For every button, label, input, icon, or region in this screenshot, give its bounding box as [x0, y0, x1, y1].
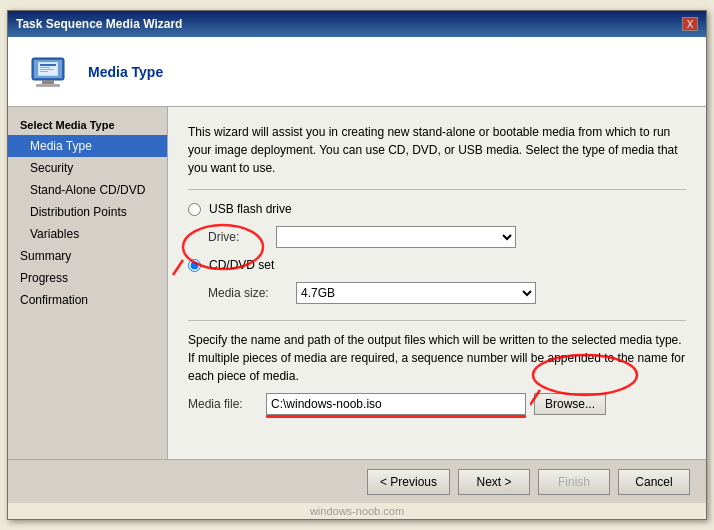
browse-button[interactable]: Browse...: [534, 393, 606, 415]
sidebar: Select Media Type Media Type Security St…: [8, 107, 168, 459]
drive-select[interactable]: [276, 226, 516, 248]
sidebar-item-confirmation[interactable]: Confirmation: [8, 289, 167, 311]
sidebar-item-standalone-cddvd[interactable]: Stand-Alone CD/DVD: [8, 179, 167, 201]
cddvd-radio-row: CD/DVD set: [188, 258, 686, 272]
media-file-section: Specify the name and path of the output …: [188, 320, 686, 415]
svg-rect-7: [40, 67, 50, 68]
close-button[interactable]: X: [682, 17, 698, 31]
usb-radio[interactable]: [188, 203, 201, 216]
usb-radio-row: USB flash drive: [188, 202, 686, 216]
svg-rect-8: [40, 69, 54, 70]
media-file-input[interactable]: [266, 393, 526, 415]
drive-row: Drive:: [208, 226, 686, 248]
header-title: Media Type: [88, 64, 163, 80]
title-bar: Task Sequence Media Wizard X: [8, 11, 706, 37]
footer: < Previous Next > Finish Cancel: [8, 459, 706, 503]
sidebar-item-select-media-type[interactable]: Select Media Type: [8, 115, 167, 135]
svg-rect-3: [36, 84, 60, 87]
media-size-row: Media size: 4.7GB 650MB 8.5GB: [208, 282, 686, 304]
options-area: USB flash drive Drive: CD/DVD set Media …: [188, 202, 686, 304]
sidebar-item-media-type[interactable]: Media Type: [8, 135, 167, 157]
cddvd-label: CD/DVD set: [209, 258, 274, 272]
media-file-desc: Specify the name and path of the output …: [188, 331, 686, 385]
previous-button[interactable]: < Previous: [367, 469, 450, 495]
description-text: This wizard will assist you in creating …: [188, 123, 686, 190]
drive-label: Drive:: [208, 230, 268, 244]
content-area: This wizard will assist you in creating …: [168, 107, 706, 459]
svg-rect-9: [40, 71, 48, 72]
cddvd-radio[interactable]: [188, 259, 201, 272]
media-size-label: Media size:: [208, 286, 288, 300]
svg-line-11: [173, 260, 183, 275]
underline-annotation: [266, 415, 526, 418]
media-file-label: Media file:: [188, 397, 258, 411]
header: Media Type: [8, 37, 706, 107]
main-content: Select Media Type Media Type Security St…: [8, 107, 706, 459]
sidebar-item-progress[interactable]: Progress: [8, 267, 167, 289]
window-title: Task Sequence Media Wizard: [16, 17, 182, 31]
sidebar-item-summary[interactable]: Summary: [8, 245, 167, 267]
svg-rect-6: [40, 64, 56, 66]
media-size-select[interactable]: 4.7GB 650MB 8.5GB: [296, 282, 536, 304]
next-button[interactable]: Next >: [458, 469, 530, 495]
finish-button[interactable]: Finish: [538, 469, 610, 495]
media-file-input-wrapper: [266, 393, 526, 415]
watermark-text: windows-noob.com: [310, 505, 404, 517]
usb-label: USB flash drive: [209, 202, 292, 216]
wizard-icon: [24, 48, 72, 96]
sidebar-item-distribution-points[interactable]: Distribution Points: [8, 201, 167, 223]
svg-rect-2: [42, 80, 54, 84]
cancel-button[interactable]: Cancel: [618, 469, 690, 495]
sidebar-item-variables[interactable]: Variables: [8, 223, 167, 245]
watermark: windows-noob.com: [8, 503, 706, 519]
sidebar-item-security[interactable]: Security: [8, 157, 167, 179]
media-file-row: Media file: Browse...: [188, 393, 686, 415]
